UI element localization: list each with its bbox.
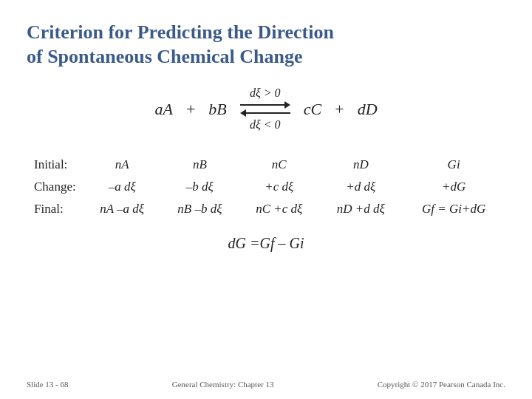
arrow-top-label: dξ > 0: [250, 86, 281, 100]
footer-course-name: General Chemistry: Chapter 13: [69, 380, 378, 389]
cell-initial-d: nD: [319, 154, 402, 176]
arrow-bottom-label: dξ < 0: [250, 118, 281, 132]
arrow-shaft-2: [246, 112, 290, 114]
dg-equation: dG =Gf – Gi: [27, 235, 505, 252]
table-row-initial: Initial: nA nB nC nD Gi: [27, 154, 505, 176]
product-d: dD: [358, 100, 378, 119]
table-row-final: Final: nA –a dξ nB –b dξ nC +c dξ nD +d …: [27, 198, 505, 220]
arrow-head-left-1: [240, 109, 246, 117]
cell-change-d: +d dξ: [319, 176, 402, 198]
title-line2: of Spontaneous Chemical Change: [27, 46, 302, 67]
cell-change-b: –b dξ: [161, 176, 239, 198]
reaction-equation: aA + bB dξ > 0 dξ < 0 cC + dD: [27, 86, 505, 132]
cell-change-g: +dG: [402, 176, 505, 198]
reactant-a: aA: [154, 100, 172, 119]
footer: Slide 13 - 68 General Chemistry: Chapter…: [0, 380, 532, 389]
footer-slide-number: Slide 13 - 68: [27, 380, 69, 389]
plus-sign-1: +: [186, 100, 195, 119]
reactant-b: bB: [208, 100, 226, 119]
cell-initial-a: nA: [83, 154, 161, 176]
row-label-change: Change:: [27, 176, 83, 198]
plus-sign-2: +: [335, 100, 344, 119]
double-arrow: [240, 101, 290, 117]
row-label-initial: Initial:: [27, 154, 83, 176]
row-label-final: Final:: [27, 198, 83, 220]
cell-change-a: –a dξ: [83, 176, 161, 198]
reverse-arrow: [240, 109, 290, 117]
cell-initial-g: Gi: [402, 154, 505, 176]
cell-final-b: nB –b dξ: [161, 198, 239, 220]
slide-title: Criterion for Predicting the Direction o…: [27, 21, 505, 69]
footer-copyright: Copyright © 2017 Pearson Canada Inc.: [378, 380, 505, 389]
cell-final-a: nA –a dξ: [83, 198, 161, 220]
title-line1: Criterion for Predicting the Direction: [27, 21, 334, 43]
forward-arrow: [240, 101, 290, 109]
arrow-shaft-1: [240, 104, 284, 106]
arrow-head-right-1: [284, 101, 290, 109]
icf-table: Initial: nA nB nC nD Gi: [27, 154, 505, 220]
cell-final-c: nC +c dξ: [239, 198, 319, 220]
cell-final-g: Gf = Gi+dG: [402, 198, 505, 220]
cell-final-d: nD +d dξ: [319, 198, 402, 220]
product-c: cC: [304, 100, 321, 119]
cell-initial-b: nB: [161, 154, 239, 176]
cell-change-c: +c dξ: [239, 176, 319, 198]
cell-initial-c: nC: [239, 154, 319, 176]
table-row-change: Change: –a dξ –b dξ +c dξ +d dξ +dG: [27, 176, 505, 198]
reaction-arrow-block: dξ > 0 dξ < 0: [240, 86, 290, 132]
slide: Criterion for Predicting the Direction o…: [0, 0, 532, 399]
